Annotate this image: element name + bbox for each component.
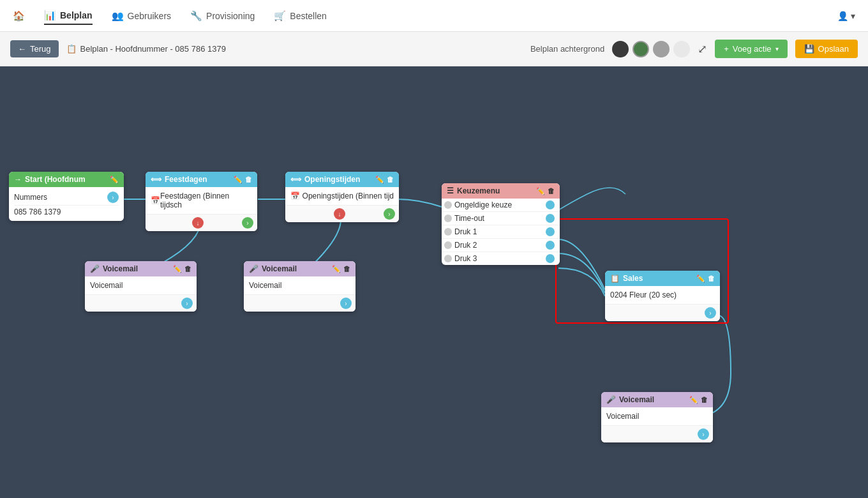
kmenu-right-dot-1[interactable] xyxy=(546,214,555,223)
save-icon: 💾 xyxy=(804,44,814,54)
swatch-dark[interactable] xyxy=(612,41,629,57)
kmenu-left-dot-1 xyxy=(444,215,452,222)
voicemail1-edit-icon[interactable]: ✏️ xyxy=(173,265,182,273)
node-sales-footer: › xyxy=(605,304,720,321)
voicemail2-conn-right[interactable]: › xyxy=(340,298,352,309)
back-button[interactable]: ← Terug xyxy=(10,40,59,57)
node-voicemail1-row: Voicemail xyxy=(90,279,191,292)
add-action-label: Voeg actie xyxy=(733,44,772,54)
nav-belplan[interactable]: 📊 Belplan xyxy=(44,7,93,25)
voicemail2-delete-icon[interactable]: 🗑 xyxy=(343,265,350,273)
swatch-green[interactable] xyxy=(632,41,649,57)
nav-home[interactable]: 🏠 xyxy=(13,8,25,24)
openingstijden-edit-icon[interactable]: ✏️ xyxy=(375,176,384,184)
openingstijden-conn-right[interactable]: › xyxy=(384,208,395,220)
kmenu-label-4: Druk 3 xyxy=(454,254,477,263)
swatch-light[interactable] xyxy=(673,41,690,57)
node-keuzemenu-actions: ✏️ 🗑 xyxy=(536,187,555,195)
voicemail1-conn-right[interactable]: › xyxy=(181,298,193,309)
node-voicemail3-title: Voicemail xyxy=(619,395,654,404)
node-voicemail2-footer: › xyxy=(244,294,355,312)
back-arrow-icon: ← xyxy=(18,44,26,54)
nav-bestellen-label: Bestellen xyxy=(290,11,327,21)
node-voicemail3-actions: ✏️ 🗑 xyxy=(689,396,708,404)
node-start-actions: ✏️ xyxy=(110,176,119,184)
add-icon: + xyxy=(724,44,729,54)
breadcrumb-text: Belplan - Hoofdnummer - 085 786 1379 xyxy=(80,44,226,54)
sales-edit-icon[interactable]: ✏️ xyxy=(696,275,705,283)
node-start: → Start (Hoofdnum ✏️ Nummers › 085 786 1… xyxy=(9,172,124,221)
node-openingstijden-title: Openingstijden xyxy=(304,175,360,184)
openingstijden-conn-down[interactable]: ↓ xyxy=(334,208,345,220)
toolbar: ← Terug 📋 Belplan - Hoofdnummer - 085 78… xyxy=(0,32,868,66)
sales-icon: 📋 xyxy=(610,274,620,283)
nav-provisioning-label: Provisioning xyxy=(206,11,255,21)
toolbar-right: Belplan achtergrond ⤢ + Voeg actie ▾ 💾 O… xyxy=(530,40,858,58)
back-label: Terug xyxy=(30,44,51,54)
node-sales-title: Sales xyxy=(623,274,643,283)
nav-gebruikers[interactable]: 👥 Gebruikers xyxy=(112,8,171,24)
node-voicemail2-actions: ✏️ 🗑 xyxy=(332,265,350,273)
home-icon: 🏠 xyxy=(13,10,25,22)
node-keuzemenu-header-left: ☰ Keuzemenu xyxy=(447,186,500,195)
user-menu[interactable]: 👤 ▾ xyxy=(837,11,855,21)
feestdagen-calendar-icon: 📅 xyxy=(151,196,160,205)
sales-delete-icon[interactable]: 🗑 xyxy=(708,275,715,283)
node-voicemail3-footer: › xyxy=(601,425,713,442)
node-start-col-label: Nummers xyxy=(14,193,47,202)
node-sales-header: 📋 Sales ✏️ 🗑 xyxy=(605,271,720,286)
node-voicemail1-header: 🎤 Voicemail ✏️ 🗑 xyxy=(85,261,197,276)
node-keuzemenu-title: Keuzemenu xyxy=(457,186,500,195)
voicemail1-delete-icon[interactable]: 🗑 xyxy=(184,265,191,273)
nav-bestellen[interactable]: 🛒 Bestellen xyxy=(274,8,327,24)
kmenu-row-3: Druk 2 xyxy=(442,239,560,252)
kmenu-right-dot-4[interactable] xyxy=(546,254,555,263)
kmenu-right-dot-0[interactable] xyxy=(546,200,555,209)
sales-conn-right[interactable]: › xyxy=(705,307,716,319)
feestdagen-edit-icon[interactable]: ✏️ xyxy=(234,176,243,184)
voicemail3-icon: 🎤 xyxy=(606,395,616,404)
node-start-title: Start (Hoofdnum xyxy=(25,175,86,184)
node-feestdagen-actions: ✏️ 🗑 xyxy=(234,176,252,184)
node-voicemail2-body: Voicemail xyxy=(244,276,355,294)
feestdagen-conn-down[interactable]: ↓ xyxy=(192,217,204,229)
voicemail3-delete-icon[interactable]: 🗑 xyxy=(701,396,708,404)
feestdagen-delete-icon[interactable]: 🗑 xyxy=(245,176,252,184)
node-voicemail3-body: Voicemail xyxy=(601,407,713,425)
openingstijden-delete-icon[interactable]: 🗑 xyxy=(387,176,394,184)
node-voicemail1-body: Voicemail xyxy=(85,276,197,294)
provisioning-icon: 🔧 xyxy=(190,10,202,22)
belplan-icon: 📊 xyxy=(44,10,56,21)
openingstijden-calendar-icon: 📅 xyxy=(290,192,300,200)
node-start-edit-icon[interactable]: ✏️ xyxy=(110,176,119,184)
expand-button[interactable]: ⤢ xyxy=(698,42,707,56)
user-dropdown-arrow: ▾ xyxy=(851,11,855,21)
nav-belplan-label: Belplan xyxy=(60,10,93,20)
keuzemenu-delete-icon[interactable]: 🗑 xyxy=(548,187,555,195)
nav-provisioning[interactable]: 🔧 Provisioning xyxy=(190,8,255,24)
feestdagen-conn-right[interactable]: › xyxy=(242,217,253,229)
navbar: 🏠 📊 Belplan 👥 Gebruikers 🔧 Provisioning … xyxy=(0,0,868,32)
save-button[interactable]: 💾 Opslaan xyxy=(795,40,858,58)
voicemail3-edit-icon[interactable]: ✏️ xyxy=(689,396,698,404)
kmenu-right-dot-2[interactable] xyxy=(546,227,555,236)
node-feestdagen-header: ⟺ Feestdagen ✏️ 🗑 xyxy=(146,172,257,187)
node-voicemail1-footer: › xyxy=(85,294,197,312)
color-swatches xyxy=(612,41,690,57)
node-openingstijden-header: ⟺ Openingstijden ✏️ 🗑 xyxy=(285,172,399,187)
node-keuzemenu-header: ☰ Keuzemenu ✏️ 🗑 xyxy=(442,183,560,199)
node-voicemail2-title: Voicemail xyxy=(262,264,297,273)
swatch-grey[interactable] xyxy=(653,41,670,57)
keuzemenu-edit-icon[interactable]: ✏️ xyxy=(536,187,545,195)
voicemail3-conn-right[interactable]: › xyxy=(698,428,709,440)
kmenu-right-dot-3[interactable] xyxy=(546,241,555,250)
add-action-button[interactable]: + Voeg actie ▾ xyxy=(715,40,787,58)
node-start-header-left: → Start (Hoofdnum xyxy=(14,175,86,184)
node-sales: 📋 Sales ✏️ 🗑 0204 Fleur (20 sec) › xyxy=(605,271,720,321)
node-start-connector[interactable]: › xyxy=(107,192,119,203)
node-feestdagen-body: 📅 Feestdagen (Binnen tijdsch xyxy=(146,187,257,214)
voicemail1-icon: 🎤 xyxy=(90,264,100,273)
gebruikers-icon: 👥 xyxy=(112,10,124,22)
bestellen-icon: 🛒 xyxy=(274,10,286,22)
voicemail2-edit-icon[interactable]: ✏️ xyxy=(332,265,341,273)
